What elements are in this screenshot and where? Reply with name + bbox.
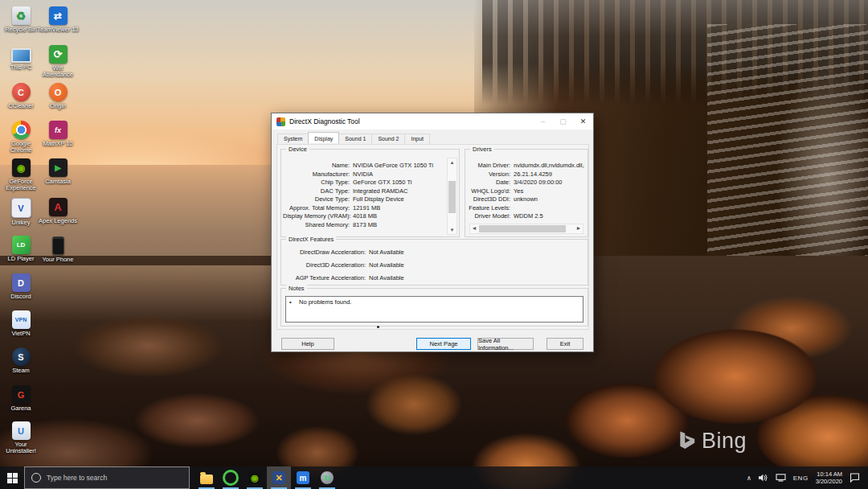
start-button[interactable]: [0, 466, 24, 489]
desktop-icon-label: MathXP 10: [43, 141, 73, 147]
drivers-group: Drivers Main Driver:nvldumdx.dll,nvldumd…: [465, 149, 588, 237]
field-label: Feature Levels:: [467, 204, 510, 213]
desktop-icon-geforce-experience[interactable]: ◉GeForce Experience: [0, 158, 42, 191]
display-tab-page: Device Name:NVIDIA GeForce GTX 1050 Ti M…: [276, 144, 589, 330]
dxdiag-window: DirectX Diagnostic Tool – ▢ ✕ System Dis…: [271, 113, 594, 352]
field-label: Direct3D Acceleration:: [283, 259, 366, 272]
desktop-icon-steam[interactable]: SSteam: [0, 347, 42, 374]
bing-logo-icon: [678, 431, 697, 452]
desktop-icon-label: Unikey: [12, 220, 31, 226]
save-all-information-button[interactable]: Save All Information...: [477, 338, 534, 350]
desktop-icon-vietpn[interactable]: VPNVietPN: [0, 310, 42, 337]
camtasia-icon: ▶: [49, 158, 68, 177]
discord-icon: D: [12, 273, 31, 292]
action-center-icon[interactable]: [850, 473, 860, 483]
maximize-button[interactable]: ▢: [553, 113, 573, 129]
tab-display[interactable]: Display: [308, 132, 339, 143]
cortana-circle-icon: [31, 473, 41, 483]
unikey-icon: V: [11, 198, 31, 218]
minimize-button[interactable]: –: [533, 113, 553, 129]
desktop-icon-apex-legends[interactable]: AApex Legends: [37, 198, 79, 224]
ld-player-icon: LD: [12, 236, 31, 254]
clock-time: 10:14 AM: [817, 471, 842, 478]
bing-watermark-text: Bing: [702, 429, 747, 454]
field-label: Display Memory (VRAM):: [283, 212, 350, 221]
device-row: Chip Type:GeForce GTX 1050 Ti: [283, 179, 446, 187]
taskbar-clock[interactable]: 10:14 AM 3/20/2020: [816, 471, 842, 485]
tab-sound1[interactable]: Sound 1: [338, 134, 372, 145]
desktop-icon-ld-player[interactable]: LDLD Player: [0, 236, 42, 262]
desktop-icon-label: Your Phone: [43, 257, 74, 263]
scroll-left-icon[interactable]: ◄: [470, 224, 478, 233]
device-group: Device Name:NVIDIA GeForce GTX 1050 Ti M…: [280, 149, 460, 237]
desktop-icon-label: Google Chrome: [0, 141, 42, 154]
next-page-button[interactable]: Next Page: [416, 338, 471, 350]
field-label: Version:: [467, 171, 510, 179]
tab-input[interactable]: Input: [404, 134, 430, 145]
desktop-icon-origin[interactable]: OOrigin: [37, 83, 79, 109]
taskbar-app-file-explorer[interactable]: [194, 466, 219, 489]
field-label: Name:: [283, 162, 350, 171]
desktop-icon-your-phone[interactable]: Your Phone: [37, 236, 79, 263]
directx-icon: ✕: [272, 471, 285, 484]
desktop-icon-label: Origin: [50, 103, 66, 109]
search-box[interactable]: Type here to search: [24, 466, 190, 489]
desktop-icon-recycle-bin[interactable]: ♻Recycle Bin: [0, 6, 42, 33]
field-value: Yes: [514, 187, 523, 196]
tab-system[interactable]: System: [277, 134, 309, 145]
desktop-icon-your-uninstaller[interactable]: UYour Uninstaller!: [0, 421, 42, 454]
close-button[interactable]: ✕: [573, 113, 593, 129]
desktop-icon-label: LD Player: [8, 256, 35, 262]
vietpn-icon: VPN: [12, 310, 31, 329]
drivers-horizontal-scrollbar[interactable]: ◄ ►: [469, 224, 583, 234]
title-bar[interactable]: DirectX Diagnostic Tool – ▢ ✕: [272, 113, 593, 129]
tray-expand-chevron-icon[interactable]: ∧: [747, 475, 751, 482]
desktop-icon-label: GeForce Experience: [0, 179, 42, 191]
field-label: Direct3D DDI:: [467, 195, 510, 204]
device-row: Manufacturer:NVIDIA: [283, 171, 446, 179]
desktop-icon-camtasia[interactable]: ▶Camtasia: [37, 158, 79, 185]
scroll-down-icon[interactable]: ▼: [448, 226, 457, 234]
desktop-icon-this-pc[interactable]: This PC: [0, 45, 42, 71]
desktop-icon-label: Recycle Bin: [5, 27, 37, 33]
taskbar-app-system-care[interactable]: [219, 466, 243, 489]
taskbar-app-uninstaller[interactable]: ↻: [315, 466, 339, 489]
feature-row: Direct3D Acceleration:Not Available: [283, 259, 584, 272]
desktop-icon-google-chrome[interactable]: Google Chrome: [0, 121, 42, 154]
driver-row: Main Driver:nvldumdx.dll,nvldumdx.dll,nv…: [467, 162, 584, 171]
help-button[interactable]: Help: [281, 338, 334, 350]
field-value: WDDM 2.5: [514, 212, 543, 221]
desktop-icon-unikey[interactable]: VUnikey: [0, 198, 42, 226]
scroll-up-icon[interactable]: ▲: [448, 158, 457, 166]
features-list: DirectDraw Acceleration:Not Available Di…: [283, 246, 584, 285]
field-label: Manufacturer:: [283, 171, 350, 179]
scrollbar-thumb[interactable]: [448, 181, 456, 213]
language-indicator[interactable]: ENG: [793, 475, 809, 482]
geforce-experience-icon: ◉: [248, 471, 261, 484]
desktop-icon-garena[interactable]: GGarena: [0, 385, 42, 412]
tab-sound2[interactable]: Sound 2: [371, 134, 405, 145]
geforce-experience-icon: ◉: [12, 158, 31, 177]
ccleaner-icon: C: [12, 83, 31, 101]
desktop-icon-wifi-attendance[interactable]: ⟳Wifi Attendance: [37, 45, 79, 78]
taskbar-app-dxdiag[interactable]: ✕: [267, 466, 291, 489]
field-value: Full Display Device: [353, 195, 404, 204]
chrome-icon: [12, 121, 31, 139]
notes-textbox[interactable]: • No problems found.: [285, 296, 583, 323]
taskbar-app-messenger[interactable]: m: [291, 466, 315, 489]
network-icon[interactable]: [776, 474, 786, 482]
steam-icon: S: [12, 347, 31, 366]
field-label: Main Driver:: [467, 162, 510, 171]
field-value: 26.21.14.4259: [514, 171, 552, 179]
scroll-right-icon[interactable]: ►: [575, 224, 583, 233]
desktop-icon-ccleaner[interactable]: CCCleaner: [0, 83, 42, 109]
taskbar-app-geforce-experience[interactable]: ◉: [243, 466, 267, 489]
file-explorer-icon: [200, 475, 213, 484]
scrollbar-thumb[interactable]: [479, 225, 566, 232]
desktop-icon-mathxp[interactable]: fxMathXP 10: [37, 121, 79, 147]
exit-button[interactable]: Exit: [547, 338, 583, 350]
device-vertical-scrollbar[interactable]: ▲ ▼: [447, 158, 457, 235]
desktop-icon-discord[interactable]: DDiscord: [0, 273, 42, 300]
desktop-icon-teamviewer[interactable]: ⇄TeamViewer 13: [37, 6, 79, 33]
volume-icon[interactable]: [759, 474, 768, 482]
